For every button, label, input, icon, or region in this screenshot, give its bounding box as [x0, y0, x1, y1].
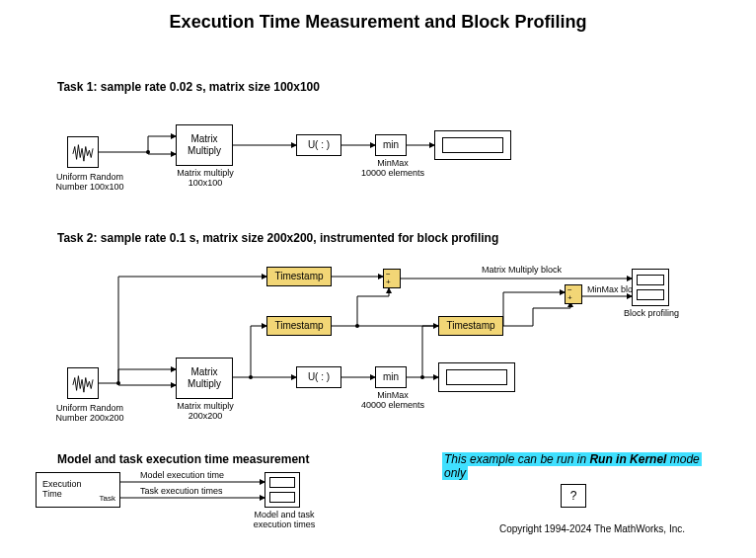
random-signal-icon [72, 372, 94, 394]
timestamp-block-1[interactable]: Timestamp [266, 267, 332, 286]
timestamp-block-2[interactable]: Timestamp [266, 316, 332, 336]
matrix-multiply-2-label: Matrix multiply 200x200 [168, 401, 243, 421]
minmax-1-label: MinMax 10000 elements [355, 158, 430, 178]
minmax-block-2[interactable]: min [375, 366, 407, 388]
minmax-2-label: MinMax 40000 elements [355, 390, 430, 410]
scope-exec-label: Model and task execution times [245, 510, 324, 529]
signal-label-matrix-multiply: Matrix Multiply block [482, 265, 562, 275]
task1-heading: Task 1: sample rate 0.02 s, matrix size … [57, 80, 320, 94]
note-line1-tail: mode [666, 452, 699, 466]
matrix-multiply-block-1[interactable]: Matrix Multiply [176, 124, 233, 166]
execution-time-text: Execution Time [42, 479, 82, 499]
diagram-title: Execution Time Measurement and Block Pro… [0, 12, 756, 33]
execution-time-port-task: Task [100, 494, 115, 503]
svg-point-8 [249, 375, 253, 379]
matrix-multiply-block-2[interactable]: Matrix Multiply [176, 358, 233, 399]
help-block[interactable]: ? [561, 484, 586, 508]
sum-block-1[interactable]: − + [383, 269, 401, 288]
scope-block-profiling[interactable] [632, 269, 669, 306]
uniform-random-2-label: Uniform Random Number 200x200 [47, 403, 132, 423]
execution-time-block[interactable]: Execution Time Task [36, 472, 120, 508]
note-line1-bold: Run in Kernel [589, 452, 666, 466]
signal-label-task-exec: Task execution times [140, 486, 223, 496]
reshape-block-1[interactable]: U( : ) [296, 134, 341, 156]
svg-point-6 [116, 381, 120, 385]
minmax-block-1[interactable]: min [375, 134, 407, 156]
note-line1-plain: This example can be run in [444, 452, 589, 466]
svg-point-12 [355, 324, 359, 328]
svg-point-15 [420, 375, 424, 379]
random-signal-icon [72, 141, 94, 163]
task2-heading: Task 2: sample rate 0.1 s, matrix size 2… [57, 231, 498, 245]
display-block-2[interactable] [438, 362, 515, 392]
uniform-random-block-1[interactable] [67, 136, 99, 168]
sum-block-2[interactable]: − + [565, 284, 582, 304]
uniform-random-1-label: Uniform Random Number 100x100 [47, 172, 132, 192]
display-block-1[interactable] [434, 130, 511, 160]
reshape-block-2[interactable]: U( : ) [296, 366, 341, 388]
timestamp-block-3[interactable]: Timestamp [438, 316, 503, 336]
scope-exec-times[interactable] [265, 472, 300, 508]
exec-heading: Model and task execution time measuremen… [57, 452, 309, 466]
matrix-multiply-1-label: Matrix multiply 100x100 [168, 168, 243, 188]
signal-label-model-exec: Model execution time [140, 470, 224, 480]
svg-point-1 [146, 150, 150, 154]
note-line-1: This example can be run in Run in Kernel… [442, 452, 702, 466]
note-line-2: only [442, 466, 468, 480]
uniform-random-block-2[interactable] [67, 367, 99, 399]
copyright-text: Copyright 1994-2024 The MathWorks, Inc. [474, 523, 711, 534]
scope-profiling-label: Block profiling [612, 308, 691, 318]
